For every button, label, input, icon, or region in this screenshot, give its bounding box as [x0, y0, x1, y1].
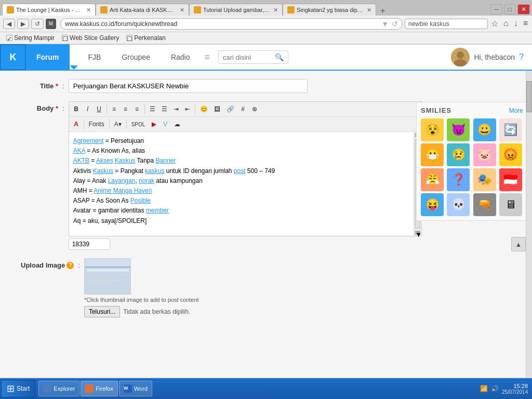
nav-fjb[interactable]: FJB	[78, 44, 112, 70]
scrollbar-thumb[interactable]	[526, 81, 532, 112]
spoiler-btn[interactable]: SPOL	[129, 120, 148, 129]
smiley-6[interactable]: 😢	[447, 143, 470, 166]
image-btn[interactable]: 🖼	[211, 104, 223, 114]
tab-title-4: Singkatan2 yg biasa dipak...	[297, 7, 364, 13]
link-aktb[interactable]: AKTB	[73, 157, 89, 164]
minimize-btn[interactable]: ─	[490, 4, 502, 15]
new-tab-button[interactable]: +	[378, 6, 387, 16]
youtube-btn[interactable]: ▶	[149, 119, 159, 129]
restore-btn[interactable]: □	[504, 4, 515, 15]
thumbnail-preview[interactable]	[84, 258, 131, 295]
link-kaskus[interactable]: Kaskus	[115, 157, 135, 164]
smiley-11[interactable]: 🎭	[473, 168, 496, 191]
smiley-14[interactable]: 💀	[447, 193, 470, 216]
kaskus-logo[interactable]: K	[0, 44, 26, 70]
link-agreement[interactable]: Agreement	[73, 137, 104, 144]
home-icon[interactable]: ⌂	[502, 18, 510, 30]
browse-btn[interactable]: Telusuri...	[84, 306, 120, 317]
search-bar[interactable]	[405, 19, 488, 29]
smiley-4[interactable]: 🔄	[499, 118, 522, 141]
cloud-btn[interactable]: ☁	[171, 119, 183, 129]
line-aq: Aq = aku, saya[/SPOILER]	[73, 217, 147, 224]
bookmark-perkenalan[interactable]: ☐ Perkenalan	[124, 33, 168, 43]
browse-row: Telusuri... Tidak ada berkas dipilih.	[84, 306, 511, 317]
site-search-btn[interactable]: 🔍	[275, 53, 284, 61]
body-label: Body *	[21, 101, 62, 112]
fonts-btn[interactable]: Fonts	[86, 119, 107, 129]
back-btn[interactable]: ◀	[3, 19, 15, 29]
url-text: www.kaskus.co.id/forum/quicknewthread	[65, 20, 381, 28]
nav-groupee[interactable]: Groupee	[111, 44, 160, 70]
align-left-btn[interactable]: ≡	[109, 104, 119, 114]
tab-4[interactable]: Singkatan2 yg biasa dipak... ✕	[283, 4, 376, 16]
site-search-box[interactable]: 🔍	[218, 50, 288, 64]
vimeo-btn[interactable]: V	[160, 119, 170, 129]
tab-close-1[interactable]: ✕	[86, 7, 91, 14]
help-icon[interactable]: ?	[519, 52, 524, 62]
smiley-15[interactable]: 🔫	[473, 193, 496, 216]
smiley-9[interactable]: 😤	[421, 168, 444, 191]
link-aka[interactable]: AKA	[73, 147, 85, 154]
scroll-down[interactable]: ▼	[415, 231, 420, 235]
align-center-btn[interactable]: ≡	[121, 104, 131, 114]
tab-2[interactable]: Arti Kata-kata di KASKUS...... ✕	[96, 4, 189, 16]
smiley-13[interactable]: 😝	[421, 193, 444, 216]
smiley-8[interactable]: 😡	[499, 143, 522, 166]
table-btn[interactable]: #	[238, 104, 248, 114]
underline-btn[interactable]: U	[94, 104, 104, 114]
download-icon[interactable]: ↓	[513, 18, 519, 30]
site-search-input[interactable]	[223, 54, 275, 61]
ordered-list-btn[interactable]: ☰	[159, 104, 170, 114]
font-color-btn[interactable]: A	[71, 119, 82, 129]
smiley-7[interactable]: 🐷	[473, 143, 496, 166]
nav-forum[interactable]: Forum	[26, 44, 70, 70]
list-btn[interactable]: ☰	[147, 104, 158, 114]
smiley-10[interactable]: ❓	[447, 168, 470, 191]
bookmark-perkenalan-label: Perkenalan	[134, 34, 166, 42]
smiley-12[interactable]: 🇮🇩	[499, 168, 522, 191]
link-btn[interactable]: 🔗	[224, 104, 237, 114]
italic-btn[interactable]: I	[83, 104, 93, 114]
nav-radio[interactable]: Radio	[161, 44, 201, 70]
menu-icon[interactable]: M	[46, 19, 56, 29]
number-input[interactable]	[69, 238, 110, 250]
smilies-more[interactable]: More	[509, 107, 523, 114]
main-area: Title * : Body * : B I	[0, 71, 532, 378]
url-bar[interactable]: www.kaskus.co.id/forum/quicknewthread ▼ …	[60, 18, 403, 30]
code-btn[interactable]: ⊕	[249, 104, 260, 114]
title-input[interactable]	[69, 79, 308, 93]
smiley-5[interactable]: 😷	[421, 143, 444, 166]
indent-btn[interactable]: ⇥	[171, 104, 181, 114]
svg-rect-4	[85, 259, 131, 267]
smiley-1[interactable]: 😵	[421, 118, 444, 141]
outdent-btn[interactable]: ⇤	[182, 104, 193, 114]
smiley-16[interactable]: 🖥	[499, 193, 522, 216]
search-input[interactable]	[408, 20, 460, 28]
settings-icon[interactable]: ≡	[522, 18, 529, 30]
align-right-btn[interactable]: ≡	[132, 104, 142, 114]
tab-close-2[interactable]: ✕	[180, 7, 184, 14]
smiley-3[interactable]: 😀	[473, 118, 496, 141]
scroll-up-button[interactable]: ▲	[511, 237, 526, 251]
link-banner[interactable]: Banner	[156, 157, 176, 164]
forward-btn[interactable]: ▶	[17, 19, 29, 29]
svg-rect-8	[87, 276, 118, 278]
smiley-btn[interactable]: 😊	[197, 104, 210, 114]
font-size-btn[interactable]: A▾	[112, 119, 124, 129]
thumbnail-image[interactable]	[85, 259, 130, 294]
tab-close-3[interactable]: ✕	[273, 7, 278, 14]
page-scrollbar[interactable]	[526, 71, 532, 378]
bold-btn[interactable]: B	[71, 104, 82, 114]
star-icon[interactable]: ☆	[490, 18, 499, 30]
tab-1[interactable]: The Lounge | Kaskus - The... ✕	[2, 4, 96, 16]
bookmark-webslice[interactable]: ☐ Web Slice Gallery	[60, 33, 121, 43]
refresh-btn[interactable]: ↺	[31, 19, 44, 29]
link-akses[interactable]: Akses	[96, 157, 113, 164]
bookmark-sering[interactable]: ✓ Sering Mampir	[4, 33, 57, 43]
tab-3[interactable]: Tutorial Upload gambar, s... ✕	[189, 4, 283, 16]
editor-content[interactable]: Agreement = Persetujuan AKA = As Known A…	[69, 132, 414, 236]
close-btn[interactable]: ✕	[517, 4, 530, 15]
tab-close-4[interactable]: ✕	[367, 7, 371, 14]
smiley-2[interactable]: 😈	[447, 118, 470, 141]
reload-icon[interactable]: ↺	[392, 20, 398, 28]
